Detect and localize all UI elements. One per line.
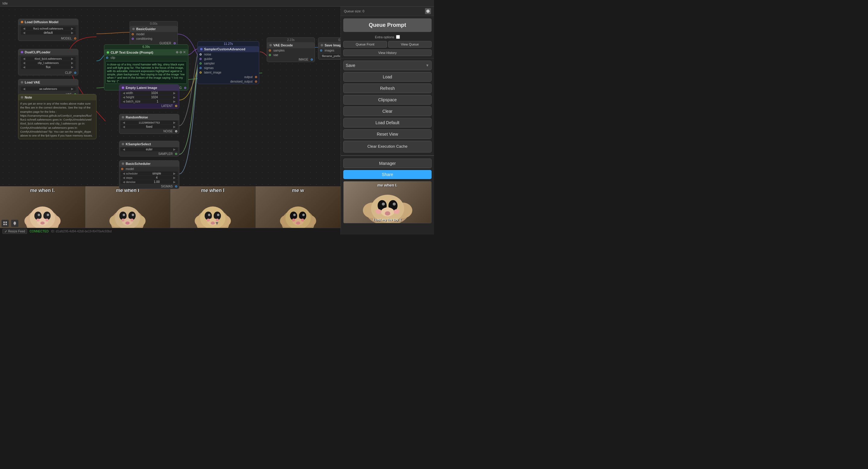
svg-rect-49: [5, 222, 7, 223]
svg-point-23: [130, 219, 133, 222]
divider-2: [341, 155, 434, 156]
guider-cond-port: conditioning: [130, 36, 178, 41]
extra-options-row: Extra options: [341, 34, 434, 40]
view-queue-button[interactable]: View Queue: [388, 41, 432, 48]
svg-point-9: [40, 222, 44, 224]
node-note[interactable]: Note If you get an error in any of the n…: [18, 94, 96, 139]
reset-view-button[interactable]: Reset View: [343, 129, 432, 139]
vae-name-row[interactable]: ◀ ae.safetensors ▶: [21, 87, 76, 91]
layout-icon[interactable]: [1, 220, 9, 227]
resize-feed-button[interactable]: ⤢ Resize Feed: [2, 229, 27, 234]
svg-point-41: [293, 214, 296, 216]
svg-point-59: [393, 202, 396, 206]
node-header-load-diffusion: Load Diffusion Model: [19, 19, 78, 25]
width-row[interactable]: ◀ width 1024 ▶: [121, 91, 178, 95]
svg-rect-51: [5, 224, 7, 225]
node-header-scheduler: BasicScheduler: [119, 161, 179, 167]
node-header-empty-latent: Empty Latent Image: [119, 85, 179, 91]
clip-text-input[interactable]: A close-up of a tiny, round hamster with…: [105, 61, 187, 84]
scheduler-row[interactable]: ◀ scheduler simple ▶: [121, 171, 178, 176]
save-button[interactable]: Save ▼: [343, 61, 432, 70]
node-load-diffusion[interactable]: Load Diffusion Model ◀ flux1-schnell.saf…: [18, 19, 79, 41]
gallery: me when I. me when I: [0, 186, 341, 234]
queue-prompt-button[interactable]: Queue Prompt: [343, 19, 432, 32]
share-button[interactable]: Share: [343, 170, 432, 179]
view-history-button[interactable]: View History: [343, 50, 432, 56]
node-sampler-custom[interactable]: 11.27s SamplerCustomAdvanced noise guide…: [197, 41, 259, 84]
unet-arr-l[interactable]: ◀: [22, 27, 26, 30]
scheduler-output-port: SIGMAS: [119, 184, 179, 189]
batch-size-row[interactable]: ◀ batch_size 1 ▶: [121, 99, 178, 103]
node-header-vae: Load VAE: [19, 79, 78, 85]
gear-icon[interactable]: [425, 8, 431, 14]
node-header-clip-text: CLIP Text Encode (Prompt) ⊕ ⊖ ✕: [104, 49, 188, 56]
node-basic-scheduler[interactable]: BasicScheduler model ◀ scheduler simple …: [119, 160, 179, 189]
svg-point-17: [123, 214, 125, 216]
svg-point-7: [47, 214, 49, 216]
noise-seed-row[interactable]: ◀ 11229856947753 ▶: [121, 121, 178, 124]
gallery-text-3: me w: [255, 188, 341, 193]
svg-point-29: [208, 214, 210, 216]
thumbnail-bottom-text: I lost my fav toy :(: [344, 218, 431, 222]
weight-dtype-row[interactable]: ◀ default ▶: [21, 31, 76, 35]
queue-front-button[interactable]: Queue Front: [343, 41, 387, 48]
clipspace-button[interactable]: Clipspace: [343, 95, 432, 104]
node-basic-guider[interactable]: 0.00s BasicGuider model conditioning GUI…: [130, 21, 178, 46]
node-ksampler-select[interactable]: KSamplerSelect ◀ euler ▶ SAMPLER: [119, 141, 179, 156]
gallery-item-3[interactable]: me w: [255, 186, 341, 234]
unet-arr-r[interactable]: ▶: [70, 27, 74, 30]
load-button[interactable]: Load: [343, 72, 432, 82]
clip-timer: 6.39s: [104, 44, 188, 49]
save-images-port: images: [318, 48, 341, 53]
titlebar: Idle: [0, 0, 434, 7]
control-after-row[interactable]: ◀ fixed ▶: [121, 125, 178, 129]
weight-arr-l[interactable]: ◀: [22, 31, 26, 34]
extra-options-checkbox[interactable]: [396, 35, 400, 39]
node-header-note: Note: [19, 94, 96, 100]
height-row[interactable]: ◀ height 1024 ▶: [121, 95, 178, 99]
svg-rect-50: [3, 224, 5, 225]
sampler-guider-port: guider: [198, 57, 259, 61]
notification-icon[interactable]: [11, 220, 19, 227]
weight-arr-r[interactable]: ▶: [70, 31, 74, 34]
gallery-item-1[interactable]: me when I: [85, 186, 170, 234]
node-clip-text[interactable]: 6.39s CLIP Text Encode (Prompt) ⊕ ⊖ ✕ cl…: [104, 44, 188, 90]
latent-output-port: LATENT: [119, 104, 179, 108]
filename-prefix-row[interactable]: filename_prefix: [321, 54, 341, 58]
queue-nav: Queue Front View Queue: [341, 40, 434, 49]
bottom-chevron[interactable]: ▼: [215, 221, 219, 226]
clear-execution-cache-button[interactable]: Clear Execution Cache: [343, 141, 432, 153]
node-header-dual-clip: DualCLIPLoader: [19, 49, 78, 55]
node-dual-clip[interactable]: DualCLIPLoader ◀ t5xxl_fp16.safetensors …: [18, 49, 79, 75]
divider-1: [341, 58, 434, 59]
clip-node-controls[interactable]: ⊕ ⊖ ✕: [176, 50, 186, 54]
manager-button[interactable]: Manager: [343, 159, 432, 168]
guider-model-port: model: [130, 32, 178, 36]
svg-point-5: [38, 214, 40, 216]
gallery-text-0: me when I.: [0, 188, 85, 193]
node-vae-decode[interactable]: 2.23s VAE Decode samples vae IMAGE: [267, 37, 315, 62]
clear-button[interactable]: Clear: [343, 106, 432, 116]
clip2-name-row[interactable]: ◀ clip_l.safetensors ▶: [21, 61, 76, 65]
svg-point-22: [121, 219, 124, 222]
gallery-item-0[interactable]: me when I.: [0, 186, 85, 234]
gallery-item-2[interactable]: me when I: [170, 186, 255, 234]
statusbar: ⤢ Resize Feed CONNECTED ID: d1afd295-4d9…: [0, 228, 341, 234]
unet-name-row[interactable]: ◀ flux1-schnell.safetensors ▶: [21, 27, 76, 30]
svg-point-46: [292, 219, 295, 222]
node-header-sampler: SamplerCustomAdvanced: [198, 46, 259, 52]
steps-row[interactable]: ◀ steps 4 ▶: [121, 176, 178, 180]
clip1-name-row[interactable]: ◀ t5xxl_fp16.safetensors ▶: [21, 57, 76, 61]
denoise-row[interactable]: ◀ denoise 1.00 ▶: [121, 180, 178, 184]
node-save-image[interactable]: 0.14s Save Image images filename_prefix: [318, 37, 341, 60]
sampler-sigmas-port: sigmas: [198, 66, 259, 70]
sampler-name-row[interactable]: ◀ euler ▶: [121, 147, 178, 151]
node-header-guider: BasicGuider: [130, 26, 178, 32]
refresh-button[interactable]: Refresh: [343, 84, 432, 93]
load-default-button[interactable]: Load Default: [343, 118, 432, 127]
clip-output-port: CLIP: [19, 70, 78, 75]
node-empty-latent[interactable]: Empty Latent Image ◀ width 1024 ▶ ◀ heig…: [119, 84, 179, 108]
node-random-noise[interactable]: RandomNoise ◀ 11229856947753 ▶ ◀ fixed ▶…: [119, 114, 179, 134]
clip-type-row[interactable]: ◀ flux ▶: [21, 65, 76, 69]
node-header-vae-decode: VAE Decode: [267, 42, 315, 48]
